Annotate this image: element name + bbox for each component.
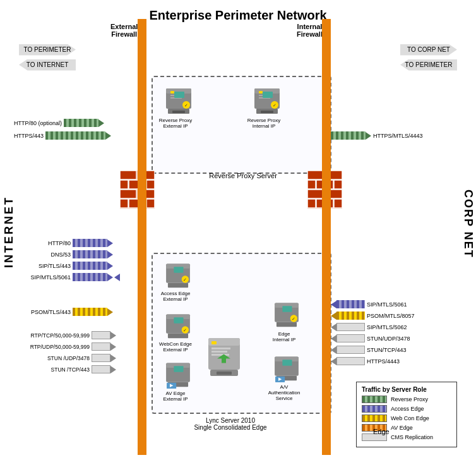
av-edge-external-label: AV EdgeExternal IP	[157, 390, 194, 402]
to-perimeter-label-left: TO PERIMETER	[19, 44, 76, 56]
legend-webcon-edge-label: Web Con Edge	[391, 415, 429, 421]
to-perimeter-arrow-right: TO PERIMETER	[400, 58, 457, 71]
svg-rect-67	[211, 354, 229, 356]
https443-label: HTTPS/443	[14, 133, 44, 139]
svg-rect-63	[217, 372, 232, 375]
sip-tls-443-arrow: SIP/TLS/443	[14, 262, 113, 270]
svg-rect-16	[334, 180, 342, 189]
svg-text:✓: ✓	[292, 317, 295, 321]
stun-tcp-arrow: STUN /TCP/443	[14, 365, 116, 373]
right-sip-mtls-5061: SIP/MTLS/5061	[331, 300, 407, 308]
legend-cms-replication-label: CMS Replication	[391, 434, 433, 440]
svg-text:✓: ✓	[183, 328, 187, 332]
access-edge-external-label: Access EdgeExternal IP	[157, 291, 194, 302]
av-auth-server: ▶	[271, 351, 302, 384]
svg-rect-64	[211, 341, 217, 344]
svg-rect-51	[174, 317, 183, 323]
legend-reverse-proxy-label: Reverse Proxy	[391, 396, 428, 402]
https443-arrow: HTTPS/443	[14, 131, 111, 140]
legend-yellow-bar	[362, 415, 387, 422]
av-edge-server: ▶	[163, 357, 193, 390]
legend-av-edge-label: AV Edge	[391, 425, 413, 431]
to-corpnet-label: TO CORP NET	[400, 44, 457, 56]
svg-rect-25	[172, 111, 185, 113]
right-stun-tcp-443: STUN/TCP/443	[331, 346, 407, 354]
svg-rect-66	[211, 351, 227, 353]
svg-rect-29	[174, 92, 184, 98]
svg-rect-14	[307, 180, 316, 189]
http80-label: HTTP/80 (optional)	[14, 120, 62, 126]
internal-firewall-bar	[322, 19, 331, 455]
access-edge-server: ✓	[163, 258, 193, 291]
rtp-udp-arrow: RTP/UDP/50,000-59,999	[14, 342, 116, 351]
svg-rect-19	[307, 199, 316, 208]
external-firewall-label: External Firewall	[110, 23, 138, 38]
svg-rect-6	[120, 190, 136, 198]
webcon-edge-server: ✓	[163, 308, 193, 341]
https-mtls-4443-label: HTTPS/MTLS/4443	[373, 133, 423, 139]
page-title: Enterprise Perimeter Network	[0, 3, 476, 23]
right-stun-udp-3478: STUN/UDP/3478	[331, 334, 410, 342]
http80-lower-arrow: HTTP/80	[14, 239, 113, 247]
webcon-edge-external-label: WebCon EdgeExternal IP	[157, 341, 194, 353]
reverse-proxy-internal-server: ✓	[251, 82, 283, 117]
external-firewall-bar	[138, 19, 146, 455]
to-perimeter-label-right: TO PERIMETER	[400, 59, 457, 71]
legend-title: Traffic by Server Role	[362, 386, 451, 393]
av-auth-label: A/VAuthenticationService	[265, 384, 303, 401]
right-psom-mtls-8057: PSOM/MTLS/8057	[331, 312, 415, 320]
svg-rect-1	[120, 171, 136, 179]
dns53-arrow: DNS/53	[14, 250, 113, 258]
lync-server-main	[205, 335, 243, 379]
svg-rect-78	[282, 360, 292, 365]
svg-rect-39	[263, 92, 273, 98]
svg-text:✓: ✓	[184, 103, 188, 107]
reverse-proxy-internal-label: Reverse ProxyInternal IP	[245, 118, 283, 129]
edge-internal-server: ✓	[271, 297, 302, 330]
to-perimeter-arrow-left: TO PERIMETER	[19, 43, 76, 56]
edge-internal-label: EdgeInternal IP	[265, 331, 303, 342]
svg-rect-21	[334, 199, 342, 208]
svg-rect-50	[168, 334, 188, 339]
to-internet-label: TO INTERNET	[19, 59, 76, 71]
svg-rect-57	[174, 366, 183, 372]
svg-rect-10	[146, 199, 155, 208]
https-mtls-4443-arrow: HTTPS/MTLS/4443	[331, 131, 423, 140]
right-https-4443: HTTPS/4443	[331, 357, 400, 365]
svg-rect-44	[168, 283, 188, 288]
page: Enterprise Perimeter Network INTERNET CO…	[0, 0, 476, 460]
sip-mtls-5061-arrow: SIP/MTLS/5061	[14, 273, 120, 281]
legend-reverse-proxy: Reverse Proxy	[362, 396, 451, 403]
svg-rect-65	[211, 348, 230, 349]
legend-webcon-edge: Web Con Edge	[362, 415, 451, 422]
psom-tls-443-arrow: PSOM/TLS/443	[14, 308, 113, 316]
edge-bottom-label: Edge	[373, 428, 390, 435]
legend-box: Traffic by Server Role Reverse Proxy Acc…	[356, 382, 457, 447]
svg-rect-26	[170, 91, 174, 94]
stun-udp-arrow: STUN /UDP/3478	[14, 354, 116, 362]
reverse-proxy-external-label: Reverse ProxyExternal IP	[157, 118, 194, 129]
rtp-tcp-arrow: RTP/TCP/50,000-59,999	[14, 331, 116, 339]
right-sip-mtls-5062: SIP/MTLS/5062	[331, 323, 407, 331]
svg-rect-8	[120, 199, 128, 208]
legend-access-edge: Access Edge	[362, 405, 451, 413]
svg-rect-3	[120, 180, 128, 189]
svg-text:✓: ✓	[273, 103, 277, 107]
svg-rect-35	[261, 111, 273, 113]
lync-server-label: Lync Server 2010 Single Consolidated Edg…	[177, 417, 284, 431]
legend-blue-bar	[362, 405, 387, 413]
legend-green-bar	[362, 396, 387, 403]
to-corpnet-arrow: TO CORP NET	[400, 43, 457, 56]
corpnet-label: CORP NET	[461, 190, 475, 258]
legend-access-edge-label: Access Edge	[391, 406, 424, 412]
http80-arrow: HTTP/80 (optional)	[14, 119, 104, 127]
svg-rect-72	[282, 306, 292, 312]
svg-rect-36	[259, 91, 263, 94]
svg-rect-71	[277, 322, 297, 327]
svg-rect-5	[146, 180, 155, 189]
internal-firewall-label: Internal Firewall	[297, 23, 323, 38]
to-internet-arrow: TO INTERNET	[19, 58, 76, 71]
reverse-proxy-server-label: Reverse Proxy Server	[189, 172, 297, 179]
svg-rect-45	[174, 267, 183, 272]
reverse-proxy-external-server: ✓	[163, 82, 194, 117]
